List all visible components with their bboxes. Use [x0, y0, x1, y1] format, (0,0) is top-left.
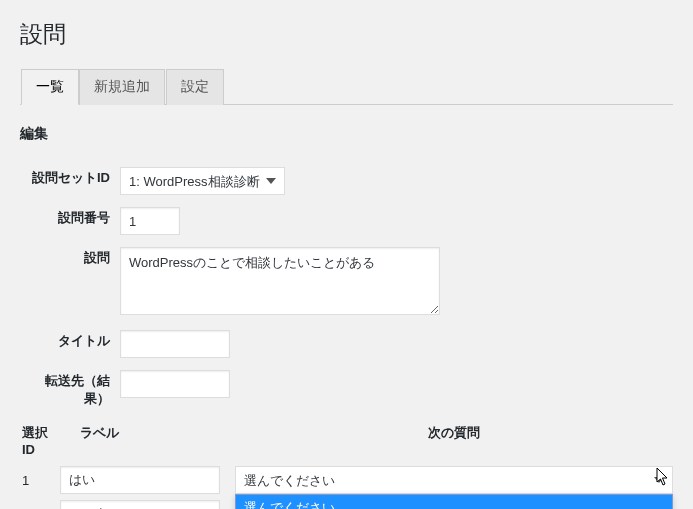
header-choice-id: 選択ID [20, 424, 60, 457]
tab-list[interactable]: 一覧 [21, 69, 79, 105]
section-edit-heading: 編集 [20, 125, 673, 143]
forward-input[interactable] [120, 370, 230, 398]
page-title: 設問 [20, 10, 673, 54]
header-choice-next: 次の質問 [235, 424, 673, 457]
set-id-select[interactable]: 1: WordPress相談診断 [120, 167, 285, 195]
tab-settings[interactable]: 設定 [166, 69, 224, 105]
dropdown-option[interactable]: 選んでください [236, 495, 672, 509]
choice-next-select[interactable]: 選んでください [235, 466, 673, 494]
tab-add[interactable]: 新規追加 [79, 69, 165, 105]
question-textarea[interactable]: WordPressのことで相談したいことがある [120, 247, 440, 315]
nav-tabs: 一覧 新規追加 設定 [20, 68, 673, 105]
choice-label-input[interactable] [60, 500, 220, 509]
choice-label-input[interactable] [60, 466, 220, 494]
label-title: タイトル [20, 324, 120, 364]
label-forward: 転送先（結果） [20, 364, 120, 416]
title-input[interactable] [120, 330, 230, 358]
choice-id: 1 [20, 473, 60, 488]
choice-header: 選択ID ラベル 次の質問 [20, 416, 673, 463]
number-input[interactable] [120, 207, 180, 235]
label-number: 設問番号 [20, 201, 120, 241]
header-choice-label: ラベル [60, 424, 235, 457]
form-table: 設問セットID 1: WordPress相談診断 設問番号 設問 WordPre… [20, 161, 673, 416]
choice-row: 1 選んでください 選んでください 1: WordPressのことで相談したいこ… [20, 463, 673, 497]
label-question: 設問 [20, 241, 120, 324]
label-set-id: 設問セットID [20, 161, 120, 201]
next-question-dropdown: 選んでください 1: WordPressのことで相談したいことがある 2: 八王… [235, 494, 673, 509]
